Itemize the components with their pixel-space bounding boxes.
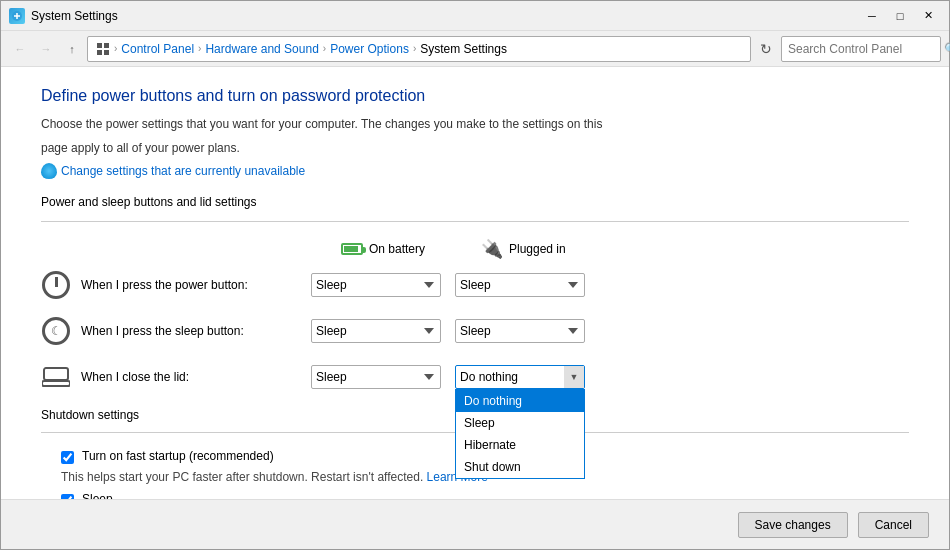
svg-rect-2 [104,43,109,48]
lid-battery-select[interactable]: Sleep Do nothing Hibernate Shut down [311,365,441,389]
search-bar: 🔍 [781,36,941,62]
close-button[interactable]: ✕ [915,6,941,26]
breadcrumb-sep-0: › [114,43,117,54]
app-icon [9,8,25,24]
lid-pluggedin-dropdown-value: Do nothing [460,370,564,384]
lid-icon [42,366,70,388]
col-pluggedin-label: Plugged in [509,242,566,256]
sleep-battery-select[interactable]: Sleep Do nothing Hibernate Shut down [311,319,441,343]
page-desc-2: page apply to all of your power plans. [41,139,909,157]
dropdown-item-donothing[interactable]: Do nothing [456,390,584,412]
lid-pluggedin-dropdown[interactable]: Do nothing ▼ [455,365,585,389]
lid-label: When I close the lid: [81,370,311,384]
footer: Save changes Cancel [1,499,949,549]
power-button-dropdowns: Sleep Do nothing Hibernate Shut down Sle… [311,273,585,297]
power-button-label: When I press the power button: [81,278,311,292]
dropdown-item-hibernate[interactable]: Hibernate [456,434,584,456]
dropdown-item-sleep[interactable]: Sleep [456,412,584,434]
change-settings-label[interactable]: Change settings that are currently unava… [61,164,305,178]
search-input[interactable] [782,42,944,56]
sleep-button-row: ☾ When I press the sleep button: Sleep D… [41,316,909,346]
back-button[interactable]: ← [9,38,31,60]
save-button[interactable]: Save changes [738,512,848,538]
breadcrumb-sep-1: › [198,43,201,54]
sleep-checkbox-label: Sleep [82,492,113,499]
svg-rect-6 [42,381,70,386]
section-divider [41,221,909,222]
sleep-pluggedin-select[interactable]: Sleep Do nothing Hibernate Shut down [455,319,585,343]
lid-icon-wrap [41,362,71,392]
up-button[interactable]: ↑ [61,38,83,60]
power-battery-select[interactable]: Sleep Do nothing Hibernate Shut down [311,273,441,297]
control-panel-icon [96,42,110,56]
breadcrumb-sep-3: › [413,43,416,54]
dropdown-item-shutdown[interactable]: Shut down [456,456,584,478]
breadcrumb-sep-2: › [323,43,326,54]
window-title: System Settings [31,9,859,23]
shield-icon [41,163,57,179]
col-pluggedin: 🔌 Plugged in [481,238,621,260]
breadcrumb-hardware-sound[interactable]: Hardware and Sound [205,42,318,56]
search-button[interactable]: 🔍 [944,37,950,61]
lid-row: When I close the lid: Sleep Do nothing H… [41,362,909,392]
sleep-icon: ☾ [42,317,70,345]
main-window: System Settings ─ □ ✕ ← → ↑ › Control Pa… [0,0,950,550]
title-bar: System Settings ─ □ ✕ [1,1,949,31]
chevron-down-icon: ▼ [564,366,584,388]
svg-rect-5 [44,368,68,380]
lid-dropdowns: Sleep Do nothing Hibernate Shut down Do … [311,365,585,389]
fast-startup-label: Turn on fast startup (recommended) [82,449,274,463]
power-button-icon [41,270,71,300]
col-battery: On battery [341,238,481,260]
section1-title: Power and sleep buttons and lid settings [41,195,909,209]
breadcrumb-control-panel[interactable]: Control Panel [121,42,194,56]
battery-icon [341,243,363,255]
address-bar: ← → ↑ › Control Panel › Hardware and Sou… [1,31,949,67]
power-pluggedin-select[interactable]: Sleep Do nothing Hibernate Shut down [455,273,585,297]
power-icon [42,271,70,299]
breadcrumb-power-options[interactable]: Power Options [330,42,409,56]
col-battery-label: On battery [369,242,425,256]
forward-button[interactable]: → [35,38,57,60]
sleep-checkbox-row: Sleep [61,492,909,499]
page-title: Define power buttons and turn on passwor… [41,87,909,105]
sleep-button-icon-wrap: ☾ [41,316,71,346]
page-desc-1: Choose the power settings that you want … [41,115,909,133]
svg-rect-4 [104,50,109,55]
fast-startup-checkbox[interactable] [61,451,74,464]
refresh-button[interactable]: ↻ [755,38,777,60]
lid-pluggedin-dropdown-container: Do nothing ▼ Do nothing Sleep Hibernate … [455,365,585,389]
breadcrumb: › Control Panel › Hardware and Sound › P… [87,36,751,62]
lid-pluggedin-dropdown-list: Do nothing Sleep Hibernate Shut down [455,389,585,479]
plug-icon: 🔌 [481,238,503,260]
change-settings-link[interactable]: Change settings that are currently unava… [41,163,909,179]
sleep-button-dropdowns: Sleep Do nothing Hibernate Shut down Sle… [311,319,585,343]
breadcrumb-current: System Settings [420,42,507,56]
maximize-button[interactable]: □ [887,6,913,26]
columns-header: On battery 🔌 Plugged in [341,238,909,260]
minimize-button[interactable]: ─ [859,6,885,26]
content-area: Define power buttons and turn on passwor… [1,67,949,499]
svg-rect-3 [97,50,102,55]
power-button-row: When I press the power button: Sleep Do … [41,270,909,300]
window-controls: ─ □ ✕ [859,6,941,26]
cancel-button[interactable]: Cancel [858,512,929,538]
sleep-button-label: When I press the sleep button: [81,324,311,338]
svg-rect-1 [97,43,102,48]
